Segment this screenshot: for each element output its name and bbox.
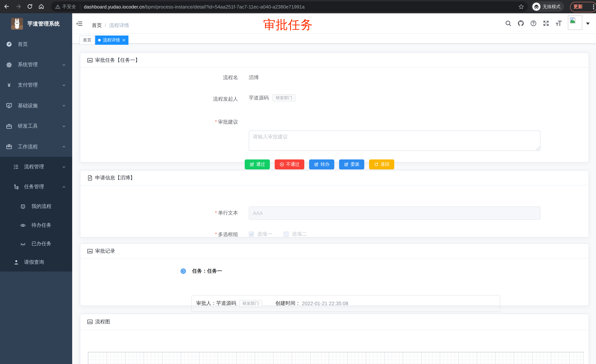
sidebar-item-workflow[interactable]: 工作流程: [0, 137, 72, 157]
tab-home[interactable]: 首页: [80, 36, 95, 45]
sidebar-item-my-process[interactable]: 我的流程: [0, 197, 72, 216]
sidebar: 芋道管理系统 首页 系统管理 ¥ 支付管理: [0, 13, 72, 364]
sidebar-item-todo-tasks[interactable]: 待办任务: [0, 216, 72, 235]
sidebar-item-task-management[interactable]: 任务管理: [0, 177, 72, 197]
circle-close-icon: [279, 162, 284, 167]
browser-update-button[interactable]: 更新: [570, 2, 596, 12]
delegate-button[interactable]: 委派: [339, 160, 364, 169]
sidebar-item-process-management[interactable]: 流程管理: [0, 157, 72, 177]
checkbox-option-2[interactable]: 选项二: [283, 231, 307, 238]
address-divider: [80, 4, 80, 10]
approve-button[interactable]: 通过: [245, 160, 270, 169]
approval-record-header: 审批记录: [80, 244, 589, 259]
suggestion-textarea[interactable]: [249, 131, 540, 151]
breadcrumb: 首页/流程详情: [92, 22, 129, 29]
application-info-title: 申请信息【滔博】: [95, 175, 135, 181]
url-path: /bpm/process-instance/detail?id=54aa251f…: [144, 4, 305, 9]
transfer-button[interactable]: 转办: [309, 160, 334, 169]
forward-icon[interactable]: [15, 3, 22, 10]
smiley-face-icon: [20, 204, 26, 210]
close-icon[interactable]: [122, 38, 126, 42]
initiator-label: 流程发起人: [80, 96, 243, 102]
initiator-dept-tag: 研发部门: [272, 94, 295, 101]
font-size-icon[interactable]: [555, 20, 562, 27]
tree-list-icon: [13, 164, 19, 170]
sidebar-fold-icon[interactable]: [76, 20, 82, 27]
refresh-icon: [374, 162, 379, 167]
reload-icon[interactable]: [27, 3, 33, 10]
org-chart-icon: [13, 184, 19, 190]
chevron-down-icon: [62, 104, 66, 108]
approval-task-card-header: 审批任务【任务一】: [80, 53, 589, 68]
initiator-value: 芋道源码 研发部门: [249, 94, 295, 101]
github-icon[interactable]: [517, 20, 524, 27]
single-line-text-label: *单行文本: [80, 206, 243, 220]
back-icon[interactable]: [3, 3, 10, 10]
app-title: 芋道管理系统: [27, 20, 60, 27]
sidebar-item-leave-query[interactable]: 请假查询: [0, 253, 72, 272]
sidebar-item-done-tasks[interactable]: 已办任务: [0, 235, 72, 253]
edit-icon: [314, 162, 319, 167]
sidebar-menu: 首页 系统管理 ¥ 支付管理 基础设施: [0, 34, 72, 272]
monitor-check-icon: [6, 103, 12, 109]
incognito-label: 无痕模式: [543, 4, 560, 10]
bpmn-canvas[interactable]: [88, 352, 584, 364]
update-label: 更新: [574, 4, 583, 10]
sidebar-item-dev-tools[interactable]: 研发工具: [0, 116, 72, 137]
picture-frame-icon: [87, 319, 93, 325]
chevron-up-icon: [62, 185, 66, 189]
checkbox-group: 选项一 选项二: [249, 231, 318, 238]
page: 不安全 dashboard.yudao.iocoder.cn/bpm/proce…: [0, 0, 596, 364]
bookmark-star-icon[interactable]: [518, 4, 524, 10]
created-time-value: 2022-01-21 22:35:08: [302, 301, 348, 306]
person-icon: [13, 260, 19, 265]
dashboard-icon: [6, 41, 12, 47]
checkbox-group-label: *多选框组: [80, 231, 243, 238]
avatar[interactable]: [568, 15, 582, 30]
tab-process-detail[interactable]: 流程详情: [95, 36, 128, 45]
svg-text:¥: ¥: [7, 82, 11, 88]
address-bar[interactable]: 不安全 dashboard.yudao.iocoder.cn/bpm/proce…: [51, 1, 528, 12]
picture-frame-icon: [87, 248, 93, 254]
yen-icon: ¥: [6, 82, 12, 88]
avatar-caret-icon[interactable]: [586, 22, 590, 25]
return-button[interactable]: 退回: [369, 160, 394, 169]
fullscreen-icon[interactable]: [543, 20, 549, 27]
active-tab-dot-icon: [98, 39, 101, 41]
reject-button[interactable]: 不通过: [275, 160, 304, 169]
clock-node-icon: [180, 268, 186, 274]
sidebar-item-home[interactable]: 首页: [0, 34, 72, 55]
eye-icon: [20, 223, 26, 228]
document-icon: [87, 175, 93, 181]
app-logo-image: [11, 18, 23, 29]
checkbox-checked-icon: [249, 232, 254, 237]
home-icon[interactable]: [38, 3, 45, 10]
browser-menu-icon[interactable]: [593, 5, 594, 9]
approver-label: 审批人：: [196, 300, 216, 307]
sidebar-item-system[interactable]: 系统管理: [0, 55, 72, 75]
edit-icon: [344, 162, 349, 167]
sidebar-item-infrastructure[interactable]: 基础设施: [0, 95, 72, 116]
url-host: dashboard.yudao.iocoder.cn: [84, 4, 144, 9]
single-line-text-input[interactable]: [249, 206, 540, 220]
approval-task-title: 审批任务【任务一】: [95, 57, 140, 63]
incognito-icon: [532, 3, 540, 11]
approval-record-card: 审批记录 任务：任务一 审批人：芋道源码 研发部门 创建时间： 2022-01-…: [80, 243, 589, 306]
gear-icon: [6, 62, 12, 68]
sidebar-item-payment[interactable]: ¥ 支付管理: [0, 75, 72, 96]
suggestion-label: *审批建议: [80, 119, 243, 125]
chevron-down-icon: [62, 124, 66, 128]
process-diagram-title: 流程图: [95, 319, 110, 325]
sidebar-logo[interactable]: 芋道管理系统: [0, 13, 72, 34]
breadcrumb-home[interactable]: 首页: [92, 22, 102, 28]
approver-value: 芋道源码: [216, 300, 236, 307]
process-diagram-card: 流程图: [80, 314, 589, 364]
chevron-up-icon: [62, 145, 66, 149]
edit-icon: [250, 162, 254, 167]
checkbox-option-1[interactable]: 选项一: [249, 231, 272, 238]
search-icon[interactable]: [505, 20, 512, 27]
timeline-item: 任务：任务一: [180, 268, 222, 275]
browser-toolbar: 不安全 dashboard.yudao.iocoder.cn/bpm/proce…: [0, 0, 596, 13]
help-icon[interactable]: [530, 20, 537, 27]
task-title: 任务：任务一: [192, 268, 222, 275]
